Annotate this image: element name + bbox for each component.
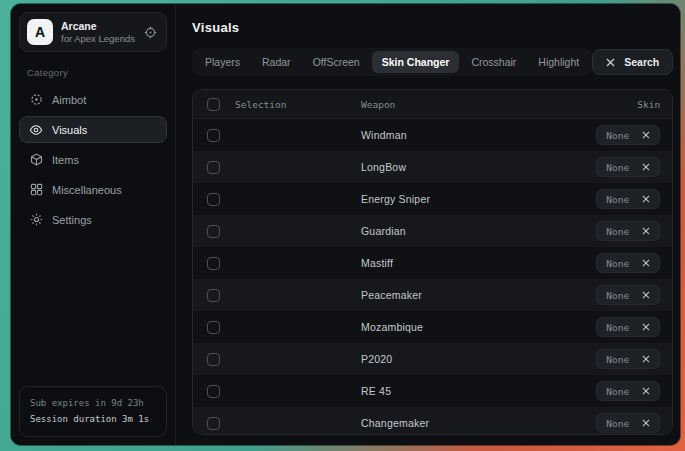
weapon-name: Mastiff xyxy=(361,257,576,269)
main-panel: Visuals Players Radar OffScreen Skin Cha… xyxy=(176,4,680,445)
column-header-skin: Skin xyxy=(576,99,672,110)
weapon-name: Energy Sniper xyxy=(361,193,576,205)
tab-radar[interactable]: Radar xyxy=(252,51,301,73)
table-row: Guardian None xyxy=(193,215,672,247)
table-row: Energy Sniper None xyxy=(193,183,672,215)
target-reticle-icon[interactable] xyxy=(144,26,157,39)
table-row: Changemaker None xyxy=(193,407,672,435)
close-icon xyxy=(606,58,615,67)
table-row: LongBow None xyxy=(193,151,672,183)
row-checkbox[interactable] xyxy=(207,417,220,430)
brand-card: A Arcane for Apex Legends xyxy=(19,12,167,52)
skin-badge[interactable]: None xyxy=(596,221,660,241)
clear-skin-icon[interactable] xyxy=(642,131,650,139)
sidebar-item-label: Settings xyxy=(52,214,92,226)
row-checkbox[interactable] xyxy=(207,161,220,174)
sidebar-item-visuals[interactable]: Visuals xyxy=(19,116,167,143)
sidebar: A Arcane for Apex Legends Category Aimbo… xyxy=(11,4,176,445)
skin-badge[interactable]: None xyxy=(596,317,660,337)
table-row: Peacemaker None xyxy=(193,279,672,311)
row-checkbox[interactable] xyxy=(207,129,220,142)
skin-badge[interactable]: None xyxy=(596,157,660,177)
cube-icon xyxy=(29,153,43,167)
sidebar-item-items[interactable]: Items xyxy=(19,146,167,173)
page-title: Visuals xyxy=(192,20,673,35)
skin-badge[interactable]: None xyxy=(596,253,660,273)
tab-highlight[interactable]: Highlight xyxy=(528,51,589,73)
skin-badge[interactable]: None xyxy=(596,285,660,305)
row-checkbox[interactable] xyxy=(207,385,220,398)
skin-value: None xyxy=(606,322,629,333)
sidebar-item-settings[interactable]: Settings xyxy=(19,206,167,233)
skin-badge[interactable]: None xyxy=(596,413,660,433)
clear-skin-icon[interactable] xyxy=(642,387,650,395)
skin-value: None xyxy=(606,258,629,269)
table-row: P2020 None xyxy=(193,343,672,375)
weapon-name: Mozambique xyxy=(361,321,576,333)
tab-offscreen[interactable]: OffScreen xyxy=(303,51,370,73)
eye-icon xyxy=(29,123,43,137)
gear-icon xyxy=(29,213,43,227)
row-checkbox[interactable] xyxy=(207,193,220,206)
sub-expires-text: Sub expires in 9d 23h xyxy=(30,396,156,411)
brand-logo: A xyxy=(27,19,53,45)
skin-value: None xyxy=(606,354,629,365)
toolbar: Players Radar OffScreen Skin Changer Cro… xyxy=(192,48,673,76)
clear-skin-icon[interactable] xyxy=(642,227,650,235)
skin-value: None xyxy=(606,194,629,205)
sidebar-item-miscellaneous[interactable]: Miscellaneous xyxy=(19,176,167,203)
clear-skin-icon[interactable] xyxy=(642,355,650,363)
clear-skin-icon[interactable] xyxy=(642,163,650,171)
table-body: Windman None LongBow None xyxy=(193,119,672,435)
table-row: Mozambique None xyxy=(193,311,672,343)
weapon-name: RE 45 xyxy=(361,385,576,397)
weapon-name: Windman xyxy=(361,129,576,141)
skin-badge[interactable]: None xyxy=(596,125,660,145)
weapon-name: Changemaker xyxy=(361,417,576,429)
table-header-row: Selection Weapon Skin xyxy=(193,90,672,119)
table-row: Windman None xyxy=(193,119,672,151)
weapon-name: Guardian xyxy=(361,225,576,237)
skin-value: None xyxy=(606,130,629,141)
clear-skin-icon[interactable] xyxy=(642,259,650,267)
skin-value: None xyxy=(606,226,629,237)
skin-badge[interactable]: None xyxy=(596,189,660,209)
table-row: RE 45 None xyxy=(193,375,672,407)
app-window: A Arcane for Apex Legends Category Aimbo… xyxy=(11,4,680,445)
skin-value: None xyxy=(606,418,629,429)
grid-icon xyxy=(29,183,43,197)
skin-value: None xyxy=(606,290,629,301)
weapon-name: LongBow xyxy=(361,161,576,173)
row-checkbox[interactable] xyxy=(207,257,220,270)
sidebar-item-label: Items xyxy=(52,154,79,166)
tab-crosshair[interactable]: Crosshair xyxy=(461,51,526,73)
session-duration-text: Session duration 3m 1s xyxy=(30,412,156,427)
clear-skin-icon[interactable] xyxy=(642,419,650,427)
row-checkbox[interactable] xyxy=(207,289,220,302)
sidebar-item-label: Miscellaneous xyxy=(52,184,122,196)
sidebar-item-label: Visuals xyxy=(52,124,87,136)
row-checkbox[interactable] xyxy=(207,225,220,238)
select-all-checkbox[interactable] xyxy=(207,98,220,111)
skin-badge[interactable]: None xyxy=(596,381,660,401)
tab-strip: Players Radar OffScreen Skin Changer Cro… xyxy=(192,48,592,76)
brand-subtitle: for Apex Legends xyxy=(61,33,135,45)
search-button-label: Search xyxy=(624,56,659,68)
desktop-background: A Arcane for Apex Legends Category Aimbo… xyxy=(0,0,685,451)
clear-skin-icon[interactable] xyxy=(642,291,650,299)
column-header-weapon: Weapon xyxy=(361,99,576,110)
brand-name: Arcane xyxy=(61,20,135,33)
session-info-card: Sub expires in 9d 23h Session duration 3… xyxy=(19,386,167,437)
row-checkbox[interactable] xyxy=(207,353,220,366)
skin-changer-table: Selection Weapon Skin Windman None xyxy=(192,89,673,435)
weapon-name: Peacemaker xyxy=(361,289,576,301)
tab-skin-changer[interactable]: Skin Changer xyxy=(372,51,460,73)
sidebar-item-aimbot[interactable]: Aimbot xyxy=(19,86,167,113)
skin-badge[interactable]: None xyxy=(596,349,660,369)
skin-value: None xyxy=(606,162,629,173)
tab-players[interactable]: Players xyxy=(195,51,250,73)
clear-skin-icon[interactable] xyxy=(642,195,650,203)
clear-skin-icon[interactable] xyxy=(642,323,650,331)
search-button[interactable]: Search xyxy=(592,49,673,75)
row-checkbox[interactable] xyxy=(207,321,220,334)
